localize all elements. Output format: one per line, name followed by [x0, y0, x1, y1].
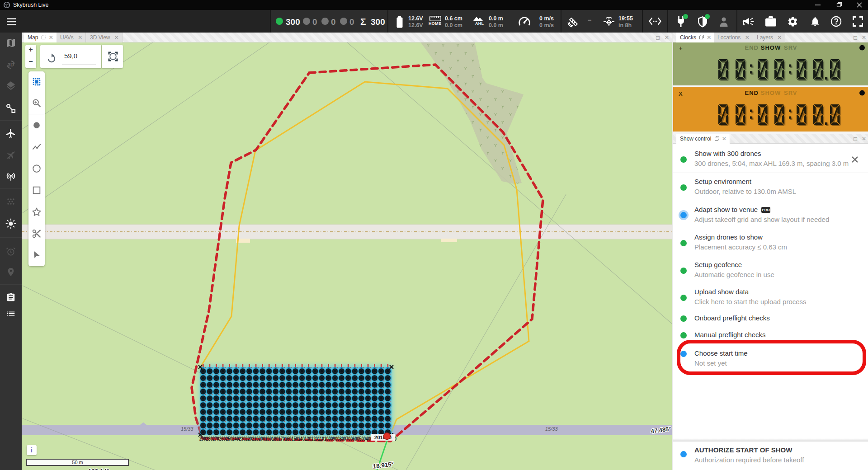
- svg-text:3D: 3D: [8, 62, 14, 67]
- svg-text:END: END: [745, 89, 759, 96]
- svg-text:15/33: 15/33: [545, 426, 558, 432]
- svg-text:SHOW: SHOW: [761, 89, 781, 96]
- svg-text:SRV: SRV: [784, 89, 797, 96]
- svg-text:X: X: [679, 90, 683, 97]
- svg-text:SRV: SRV: [784, 44, 797, 51]
- svg-text:END: END: [745, 44, 759, 51]
- svg-text:290280270260250240230220210200: 2902802702602502402302202102001901801701…: [199, 435, 396, 442]
- svg-text:15/33: 15/33: [181, 426, 193, 432]
- svg-text:+: +: [679, 45, 683, 52]
- svg-text:SHOW: SHOW: [761, 44, 781, 51]
- svg-text:163.14°: 163.14°: [88, 468, 109, 470]
